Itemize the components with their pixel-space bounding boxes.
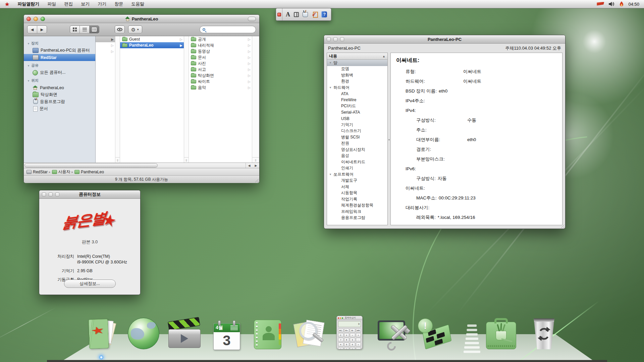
disclosure-triangle-icon[interactable]: ▼ (329, 61, 332, 64)
profiler-content-pane[interactable]: 이써네트: 류형:이써네트 하드웨어:이써네트 BSD 장치 이름:eth0 I… (390, 53, 562, 225)
tree-item-pci-cards[interactable]: PCI카드 (327, 103, 387, 110)
folder-library[interactable]: 서고▷ (189, 66, 252, 72)
volume-icon[interactable] (609, 2, 615, 6)
about-titlebar[interactable]: 콤퓨터정보 (39, 190, 140, 199)
close-button[interactable] (327, 37, 331, 41)
tree-item-logs[interactable]: 작업기록 (327, 196, 387, 202)
tree-item-fonts[interactable]: 서체 (327, 184, 387, 190)
tree-item-audio[interactable]: 음성 (327, 153, 387, 159)
menu-view[interactable]: 보기 (77, 0, 94, 8)
tree-item-printers[interactable]: 인쇄기 (327, 165, 387, 172)
sidebar-item-desktop[interactable]: 탁상화면 (24, 91, 95, 98)
menu-window[interactable]: 창문 (110, 0, 127, 8)
sidebar-item-redstar[interactable]: RedStar (24, 54, 95, 61)
menu-file[interactable]: 파일 (43, 0, 60, 8)
tree-item-memory[interactable]: 기억기 (327, 122, 387, 128)
quicklook-button[interactable] (115, 25, 125, 34)
tree-item-developer-tools[interactable]: 개발도구 (327, 178, 387, 184)
sidebar-item-home[interactable]: PantheraLeo (24, 84, 95, 91)
tree-item-parallel-scsi[interactable]: 병렬 SCSI (327, 134, 387, 140)
view-list-button[interactable] (80, 26, 90, 33)
menu-edit[interactable]: 편집 (60, 0, 77, 8)
resize-grip[interactable] (254, 178, 259, 182)
folder-downloads[interactable]: 내리적재▷ (189, 42, 252, 48)
search-field[interactable] (200, 26, 256, 33)
scroll-left-icon[interactable]: ◀ (248, 164, 251, 167)
list-item-pantheraleo[interactable]: PantheraLeo▶ (120, 42, 184, 48)
dock-item-media-player[interactable] (168, 315, 201, 349)
sidebar-item-applications[interactable]: 응용프로그람 (24, 98, 95, 105)
text-tool-icon[interactable]: A (286, 11, 290, 17)
view-columns-button[interactable] (90, 26, 99, 33)
minimize-button[interactable] (333, 37, 337, 41)
check-tool-icon[interactable]: ✓ (312, 11, 318, 17)
menu-go[interactable]: 가기 (94, 0, 110, 8)
folder-public[interactable]: 공개▷ (189, 36, 252, 42)
folder-movies[interactable]: 동영상▷ (189, 48, 252, 54)
help-book-icon[interactable]: ? (321, 11, 327, 17)
disclosure-triangle-icon[interactable]: ▼ (329, 173, 332, 176)
tree-item-ata[interactable]: ATA (327, 91, 387, 97)
dock-item-file-manager[interactable]: ★ (86, 315, 119, 349)
menu-help[interactable]: 도움말 (127, 0, 148, 8)
dock-item-applications-folder[interactable] (484, 315, 518, 349)
sidebar-section-shared[interactable]: ▼공유 (24, 61, 95, 69)
column1-row[interactable]: ▶ (96, 36, 115, 42)
column-resize-handle[interactable]: || (115, 157, 120, 163)
tree-item-disc-burning[interactable]: 디스크쓰기 (327, 128, 387, 134)
column-scrollbar[interactable]: || (115, 36, 120, 163)
tree-item-power[interactable]: 전원 (327, 140, 387, 147)
search-input[interactable] (207, 27, 253, 32)
tree-item-network[interactable]: ▼망 (327, 60, 387, 66)
splitter-handle[interactable] (388, 53, 390, 225)
file-manager-titlebar[interactable]: PantheraLeo (24, 15, 259, 23)
sidebar-section-devices[interactable]: ▼장치 (24, 39, 95, 47)
tree-item-locations[interactable]: 환경 (327, 78, 387, 85)
palette-close-button[interactable] (277, 13, 281, 16)
zoom-button[interactable] (340, 37, 344, 41)
red-star-logo-icon[interactable]: ★ (5, 1, 9, 7)
minimize-button[interactable] (49, 192, 53, 196)
tree-item-startup-items[interactable]: 시동항목 (327, 190, 387, 196)
sidebar-section-places[interactable]: ▼위치 (24, 76, 95, 84)
view-icons-button[interactable] (70, 26, 80, 33)
scrollbar-arrows[interactable]: ◀▶ (246, 163, 259, 168)
column-resize-handle[interactable]: || (252, 157, 259, 163)
tree-item-applications[interactable]: 응용프로그람 (327, 215, 387, 221)
close-button[interactable] (26, 17, 31, 21)
dock-item-memory-checker[interactable]: ! (418, 315, 451, 349)
tree-item-usb[interactable]: USB (327, 116, 387, 122)
sidebar-item-documents[interactable]: 문서 (24, 105, 95, 112)
tools-cup-icon[interactable] (303, 12, 308, 17)
disclosure-triangle-icon[interactable]: ▼ (329, 86, 332, 89)
folder-desktop[interactable]: 탁상화면▷ (189, 72, 252, 78)
breadcrumb-home[interactable]: PantheraLeo (81, 170, 104, 174)
close-button[interactable] (42, 192, 46, 196)
dock-item-address-book[interactable] (251, 315, 284, 349)
breadcrumb-users[interactable]: 사용자 (58, 169, 70, 175)
dock-item-system-tools[interactable] (377, 315, 411, 349)
dock-item-web-browser[interactable] (127, 315, 160, 349)
column-resize-handle[interactable]: || (184, 157, 189, 163)
column-scrollbar[interactable]: || (252, 36, 259, 163)
tree-item-serial-ata[interactable]: Serial-ATA (327, 109, 387, 116)
tree-item-modem[interactable]: 모뎀 (327, 66, 387, 72)
scroll-right-icon[interactable]: ▶ (255, 164, 257, 167)
column-scrollbar[interactable]: || (184, 36, 189, 163)
tree-item-firewall[interactable]: 방화벽 (327, 72, 387, 78)
scrollbar-thumb[interactable] (24, 163, 158, 168)
column1-row[interactable]: ▷ (96, 48, 115, 54)
tree-item-hardware[interactable]: ▼하드웨어 (327, 84, 387, 91)
tree-item-software[interactable]: ▼쏘프트웨어 (327, 171, 387, 178)
folder-pictures[interactable]: 사진▷ (189, 60, 252, 66)
breadcrumb-disk[interactable]: RedStar (33, 170, 48, 174)
flag-icon[interactable] (597, 2, 604, 6)
details-button[interactable]: 상세정보... (64, 280, 116, 288)
horizontal-scrollbar[interactable]: ◀▶ (24, 163, 259, 168)
tree-header[interactable]: 내용▲ (327, 53, 387, 60)
sidebar-item-all-computers[interactable]: 모든 콤퓨터... (24, 69, 95, 76)
dock-item-calculator[interactable]: 전자수산기 0 MCM+M-MR C±÷× 789- 456+ 123 0.= (336, 315, 363, 349)
profiler-titlebar[interactable]: PantheraLeo-PC (324, 35, 565, 44)
toolbar-toggle-pill[interactable] (248, 17, 256, 21)
folder-music[interactable]: 음악▷ (189, 84, 252, 90)
